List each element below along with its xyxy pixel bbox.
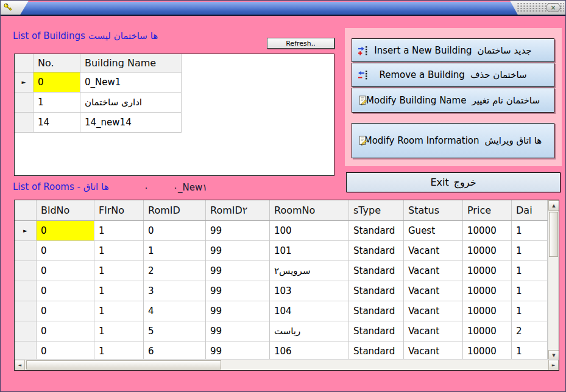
vertical-scrollbar[interactable]: ▲ ▼ bbox=[548, 200, 559, 360]
exit-button[interactable]: Exit خروج bbox=[346, 172, 561, 192]
grid-cell[interactable]: Vacant bbox=[404, 341, 463, 359]
grid-cell[interactable]: 10000 bbox=[463, 221, 512, 240]
grid-cell[interactable]: 1 bbox=[512, 241, 548, 261]
grid-cell[interactable]: سرویس۲ bbox=[270, 261, 349, 281]
grid-cell[interactable]: 1 bbox=[94, 261, 144, 281]
horizontal-scrollbar[interactable]: ◄ ► bbox=[15, 359, 559, 370]
table-row[interactable]: ►01099100StandardGuest100001 bbox=[15, 221, 548, 241]
grid-cell[interactable]: 99 bbox=[206, 221, 270, 240]
grid-cell[interactable]: 10000 bbox=[463, 281, 512, 301]
remove-building-button[interactable]: Remove a Building حذف ‎ساختمان bbox=[352, 63, 554, 87]
scroll-left-button[interactable]: ◄ bbox=[15, 360, 25, 371]
grid-cell[interactable]: 0 bbox=[34, 72, 80, 92]
grid-cell[interactable]: 0 bbox=[144, 221, 206, 240]
column-header-romid2[interactable]: RomID۲ bbox=[206, 200, 270, 220]
column-header-bldno[interactable]: BldNo bbox=[37, 200, 94, 220]
grid-cell[interactable]: 10000 bbox=[463, 341, 512, 359]
grid-cell[interactable]: 101 bbox=[270, 241, 349, 261]
row-header[interactable] bbox=[15, 301, 37, 321]
grid-cell[interactable]: Standard bbox=[349, 341, 404, 359]
grid-cell[interactable]: 10000 bbox=[463, 261, 512, 281]
grid-cell[interactable]: 1 bbox=[34, 93, 80, 112]
grid-cell[interactable]: 1 bbox=[94, 221, 144, 240]
grid-cell[interactable]: Vacant bbox=[404, 301, 463, 321]
grid-cell[interactable]: 6 bbox=[144, 341, 206, 359]
grid-cell[interactable]: 1 bbox=[512, 301, 548, 321]
grid-cell[interactable]: 5 bbox=[144, 321, 206, 341]
grid-cell[interactable]: 10000 bbox=[463, 301, 512, 321]
column-header-romid[interactable]: RomID bbox=[144, 200, 206, 220]
row-header[interactable]: ► bbox=[15, 72, 34, 92]
grid-cell[interactable]: 14 bbox=[34, 113, 80, 132]
row-header[interactable] bbox=[15, 321, 37, 341]
table-row[interactable]: 01699106StandardVacant100001 bbox=[15, 341, 548, 359]
column-header-flrno[interactable]: FlrNo bbox=[94, 200, 144, 220]
grid-cell[interactable]: 1 bbox=[512, 281, 548, 301]
grid-cell[interactable]: 1 bbox=[512, 221, 548, 240]
column-header-no[interactable]: No. bbox=[34, 54, 80, 72]
grid-cell[interactable]: 1 bbox=[94, 301, 144, 321]
table-row[interactable]: ►00_New1 bbox=[15, 72, 182, 93]
grid-corner-cell[interactable] bbox=[15, 54, 34, 72]
row-header[interactable] bbox=[15, 341, 37, 359]
row-header[interactable] bbox=[15, 261, 37, 281]
grid-cell[interactable]: 99 bbox=[206, 301, 270, 321]
grid-cell[interactable]: 103 bbox=[270, 281, 349, 301]
grid-cell[interactable]: 1 bbox=[512, 341, 548, 359]
grid-cell[interactable]: Vacant bbox=[404, 261, 463, 281]
grid-cell[interactable]: 14_new14 bbox=[80, 113, 182, 132]
table-row[interactable]: 01299سرویس۲StandardVacant100001 bbox=[15, 261, 548, 281]
modify-room-info-button[interactable]: Modify Room Information ویرایش ‎اتاق ‎ها bbox=[352, 123, 554, 158]
grid-cell[interactable]: 99 bbox=[206, 341, 270, 359]
grid-cell[interactable]: 0 bbox=[37, 341, 94, 359]
column-header-building-name[interactable]: Building Name bbox=[80, 54, 182, 72]
row-header[interactable]: ► bbox=[15, 221, 37, 240]
grid-cell[interactable]: 2 bbox=[144, 261, 206, 281]
grid-cell[interactable]: 0 bbox=[37, 261, 94, 281]
column-header-dai[interactable]: Dai bbox=[512, 200, 548, 220]
grid-cell[interactable]: Guest bbox=[404, 221, 463, 240]
close-button[interactable]: × bbox=[546, 3, 561, 12]
grid-corner-cell[interactable] bbox=[15, 200, 37, 220]
modify-building-name-button[interactable]: Modify Building Name تغییر ‎نام ‎ساختمان bbox=[352, 88, 554, 113]
grid-cell[interactable]: 10000 bbox=[463, 241, 512, 261]
grid-cell[interactable]: Standard bbox=[349, 241, 404, 261]
titlebar[interactable]: × bbox=[1, 1, 565, 16]
grid-cell[interactable]: 2 bbox=[512, 321, 548, 341]
grid-cell[interactable]: 1 bbox=[94, 321, 144, 341]
grid-cell[interactable]: 104 bbox=[270, 301, 349, 321]
grid-cell[interactable]: 99 bbox=[206, 241, 270, 261]
grid-cell[interactable]: 4 bbox=[144, 301, 206, 321]
grid-cell[interactable]: 0 bbox=[37, 281, 94, 301]
grid-cell[interactable]: 1 bbox=[144, 241, 206, 261]
grid-cell[interactable]: 0 bbox=[37, 301, 94, 321]
vertical-scroll-thumb[interactable] bbox=[549, 212, 558, 257]
grid-cell[interactable]: Vacant bbox=[404, 241, 463, 261]
column-header-roomno[interactable]: RoomNo bbox=[270, 200, 349, 220]
column-header-stype[interactable]: sType bbox=[349, 200, 404, 220]
grid-cell[interactable]: ساختمان ‎اداری bbox=[80, 93, 182, 112]
scroll-right-button[interactable]: ► bbox=[548, 360, 559, 371]
table-row[interactable]: 01599ریاستStandardVacant100002 bbox=[15, 321, 548, 341]
grid-cell[interactable]: 3 bbox=[144, 281, 206, 301]
grid-cell[interactable]: Standard bbox=[349, 281, 404, 301]
table-row[interactable]: 1414_new14 bbox=[15, 113, 182, 133]
table-row[interactable]: 01399103StandardVacant100001 bbox=[15, 281, 548, 301]
horizontal-scroll-thumb[interactable] bbox=[26, 360, 221, 369]
refresh-button[interactable]: Refresh.. bbox=[267, 38, 334, 49]
grid-cell[interactable]: 106 bbox=[270, 341, 349, 359]
grid-cell[interactable]: Vacant bbox=[404, 281, 463, 301]
grid-cell[interactable]: 99 bbox=[206, 261, 270, 281]
grid-cell[interactable]: Standard bbox=[349, 301, 404, 321]
row-header[interactable] bbox=[15, 241, 37, 261]
grid-cell[interactable]: 0 bbox=[37, 241, 94, 261]
column-header-status[interactable]: Status bbox=[404, 200, 463, 220]
grid-cell[interactable]: 0 bbox=[37, 221, 94, 240]
grid-cell[interactable]: 1 bbox=[94, 281, 144, 301]
row-header[interactable] bbox=[15, 281, 37, 301]
grid-cell[interactable]: 10000 bbox=[463, 321, 512, 341]
grid-cell[interactable]: 1 bbox=[512, 261, 548, 281]
grid-cell[interactable]: 1 bbox=[94, 241, 144, 261]
grid-cell[interactable]: 100 bbox=[270, 221, 349, 240]
grid-cell[interactable]: 0_New1 bbox=[80, 72, 182, 92]
